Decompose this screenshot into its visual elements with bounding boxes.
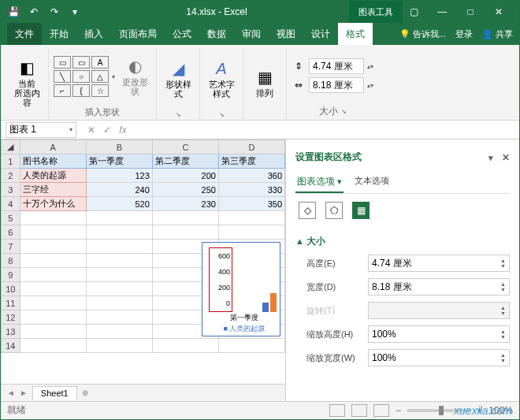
row-9[interactable]: 9 [2,268,20,282]
tab-format[interactable]: 格式 [338,23,373,45]
tab-review[interactable]: 审阅 [234,23,269,45]
cancel-formula-icon[interactable]: ✕ [84,125,98,136]
tab-file[interactable]: 文件 [7,23,42,45]
row-8[interactable]: 8 [2,254,20,268]
redo-icon[interactable]: ↷ [45,3,64,20]
login-link[interactable]: 登录 [455,28,473,40]
pane-scale-width-input[interactable]: 100%▲▼ [368,349,510,366]
row-2[interactable]: 2 [2,169,20,183]
page-break-view-icon[interactable] [373,404,389,417]
pane-height-input[interactable]: 4.74 厘米▲▼ [368,255,510,272]
cell[interactable]: 240 [86,183,152,197]
normal-view-icon[interactable] [329,404,345,417]
share-button[interactable]: 👤 共享 [482,28,513,40]
chart-object[interactable]: 600 400 200 0 第一季度 ■ 人类的起源 [202,242,280,336]
shape-style-launcher-icon[interactable]: ↘ [176,111,181,118]
effects-icon[interactable]: ⬠ [325,202,343,219]
cell[interactable]: 250 [152,183,218,197]
col-D[interactable]: D [218,140,284,154]
fill-line-icon[interactable]: ◇ [299,202,316,219]
shape-line[interactable]: ╲ [54,70,71,83]
cell[interactable]: 360 [218,169,284,183]
tab-home[interactable]: 开始 [42,23,76,45]
shape-rect2[interactable]: ▭ [72,56,90,69]
cell[interactable]: 第一季度 [86,154,152,169]
height-input[interactable] [309,58,364,74]
cell[interactable]: 200 [152,169,218,183]
size-properties-icon[interactable]: ▦ [352,202,370,219]
cell[interactable]: 350 [218,197,284,211]
shape-style-button[interactable]: ◢ 形状样式 [162,58,195,100]
tab-layout[interactable]: 页面布局 [111,23,165,45]
zoom-level[interactable]: 100% [488,405,513,416]
row-14[interactable]: 14 [2,339,20,353]
width-spinner-icon[interactable]: ▴▾ [367,82,373,89]
spinner-icon[interactable]: ▲▼ [500,258,506,269]
change-shape-button[interactable]: ◐ 更改形状 [118,55,151,98]
ribbon-options-icon[interactable]: ▢ [403,4,425,20]
col-A[interactable]: A [20,140,86,154]
row-13[interactable]: 13 [2,325,20,339]
shape-oval[interactable]: ○ [72,70,90,83]
shape-arrow[interactable]: △ [91,70,109,83]
height-spinner-icon[interactable]: ▴▾ [367,63,373,70]
tab-insert[interactable]: 插入 [76,23,111,45]
size-launcher-icon[interactable]: ↘ [341,108,347,115]
page-layout-view-icon[interactable] [351,404,367,417]
sheet-tab[interactable]: Sheet1 [32,386,77,400]
spinner-icon[interactable]: ▲▼ [500,281,506,292]
maximize-icon[interactable]: □ [459,4,481,20]
row-6[interactable]: 6 [2,225,20,240]
wordart-launcher-icon[interactable]: ↘ [219,111,225,118]
new-sheet-icon[interactable]: ⊕ [82,388,88,397]
col-C[interactable]: C [152,140,218,154]
spinner-icon[interactable]: ▲▼ [500,329,506,340]
pane-menu-icon[interactable]: ▾ [488,153,493,162]
shape-textbox[interactable]: A [91,56,109,69]
row-1[interactable]: 1 [2,154,20,169]
pane-tab-chart-options[interactable]: 图表选项 ▾ [295,172,344,193]
pane-scale-height-input[interactable]: 100%▲▼ [368,325,510,343]
col-B[interactable]: B [86,140,152,154]
row-12[interactable]: 12 [2,310,20,325]
fx-icon[interactable]: fx [116,125,130,136]
row-10[interactable]: 10 [2,282,20,296]
tab-formula[interactable]: 公式 [165,23,199,45]
cell[interactable]: 人类的起源 [20,169,86,183]
row-3[interactable]: 3 [2,183,20,197]
cell[interactable]: 十万个为什么 [20,197,86,211]
arrange-button[interactable]: ▦ 排列 [248,66,281,99]
formula-input[interactable] [133,122,519,138]
row-4[interactable]: 4 [2,197,20,211]
pane-close-icon[interactable]: ✕ [502,152,510,163]
section-toggle[interactable]: ▲ 大小 [295,232,510,251]
spinner-icon[interactable]: ▲▼ [500,352,506,363]
sheet-nav-next-icon[interactable]: ► [20,388,28,397]
tell-me[interactable]: 💡 告诉我... [399,28,446,40]
undo-icon[interactable]: ↶ [24,3,43,20]
shape-more-icon[interactable]: ▾ [112,73,115,80]
cell[interactable]: 230 [152,197,218,211]
enter-formula-icon[interactable]: ✓ [100,125,114,136]
tab-design[interactable]: 设计 [303,23,338,45]
shape-star[interactable]: ☆ [91,84,109,97]
tab-data[interactable]: 数据 [199,23,234,45]
namebox-dropdown-icon[interactable]: ▾ [69,126,72,133]
row-5[interactable]: 5 [2,211,20,225]
pane-tab-text-options[interactable]: 文本选项 [353,172,391,193]
tab-view[interactable]: 视图 [269,23,303,45]
cell[interactable]: 三字经 [20,183,86,197]
cell[interactable]: 123 [86,169,152,183]
zoom-out-icon[interactable]: − [396,405,401,416]
cell[interactable]: 330 [218,183,284,197]
pane-width-input[interactable]: 8.18 厘米▲▼ [368,278,510,295]
shape-lshape[interactable]: ⌐ [54,84,71,97]
close-icon[interactable]: ✕ [488,4,510,20]
row-7[interactable]: 7 [2,240,20,254]
save-icon[interactable]: 💾 [4,3,23,20]
zoom-in-icon[interactable]: + [477,405,482,416]
zoom-slider[interactable] [407,409,470,412]
cell[interactable]: 第三季度 [218,154,284,169]
current-selection-button[interactable]: ◧ 当前 所选内容 [10,57,43,109]
shape-brace[interactable]: { [72,84,90,97]
